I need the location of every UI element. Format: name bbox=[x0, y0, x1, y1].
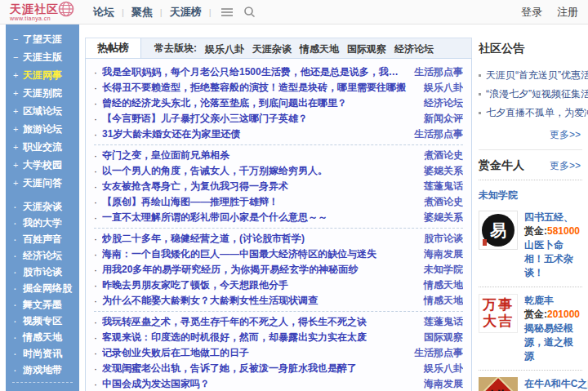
post-title-link[interactable]: 长得丑不要赖造型，拒绝整容般的演技！造型是块砖，哪里需要往哪搬 bbox=[102, 81, 416, 95]
post-category-link[interactable]: 煮酒论史 bbox=[424, 149, 463, 162]
sidebar-item[interactable]: −天涯主版 bbox=[6, 48, 79, 66]
bounty-desc-link[interactable]: 山医卜命相！五术杂谈！ bbox=[524, 238, 582, 280]
announcement-link[interactable]: 七夕直播不孤单，为爱冲榜 bbox=[486, 106, 588, 120]
post-title-link[interactable]: 中国会成为发达国家吗？ bbox=[102, 377, 416, 391]
post-category-link[interactable]: 股市论谈 bbox=[424, 232, 463, 246]
bullet-dot: · bbox=[94, 363, 97, 375]
sidebar-item[interactable]: +职业交流 bbox=[6, 138, 79, 156]
post-title-link[interactable]: 以一个男人的角度，告诫女人，千万别嫁给穷男人。 bbox=[102, 164, 416, 178]
post-title-link[interactable]: 用我20多年的易学研究经历，为你揭开易经玄学的神秘面纱 bbox=[102, 263, 416, 277]
sidebar-item[interactable]: +旅游论坛 bbox=[6, 120, 79, 138]
post-category-link[interactable]: 新闻众评 bbox=[424, 112, 463, 126]
section-divider bbox=[479, 149, 582, 150]
login-link[interactable]: 登录 bbox=[521, 5, 542, 20]
post-category-link[interactable]: 生活那点事 bbox=[414, 127, 463, 141]
bounty-desc-link[interactable]: 揭秘易经根源，道之根源 bbox=[524, 322, 582, 363]
fu-diamond[interactable]: 福 bbox=[479, 377, 518, 391]
search-icon[interactable] bbox=[243, 6, 256, 18]
expand-icon: · bbox=[13, 317, 23, 325]
sidebar-item[interactable]: ·天涯杂谈 bbox=[6, 198, 79, 215]
post-title-link[interactable]: 31岁大龄未婚女还在为家里还债 bbox=[102, 127, 406, 141]
tab-hot-posts[interactable]: 热帖榜 bbox=[86, 38, 141, 58]
sidebar-item[interactable]: +大学校园 bbox=[6, 156, 79, 174]
post-category-link[interactable]: 情感天地 bbox=[424, 278, 463, 292]
post-title-link[interactable]: 海南：一个自我矮化的巨人——中国最大经济特区的缺位与迷失 bbox=[102, 247, 416, 261]
frequent-board-link[interactable]: 经济论坛 bbox=[394, 43, 434, 55]
sidebar-item-clipped[interactable] bbox=[6, 385, 79, 391]
frequent-board-link[interactable]: 国际观察 bbox=[347, 43, 386, 55]
sidebar-item[interactable]: ·我的大学 bbox=[6, 215, 79, 231]
post-title-link[interactable]: 【今言野语】儿子暴打父亲小三这哪门子英雄？ bbox=[102, 112, 416, 126]
bullet-dot: · bbox=[94, 197, 97, 208]
nav-separator: | bbox=[122, 7, 124, 17]
post-title-link[interactable]: 女友被抢含辱身亡，为复仇我习得一身异术 bbox=[102, 180, 416, 193]
announcement-link[interactable]: 天涯贝“首充送贝”优惠活动 bbox=[486, 69, 588, 82]
post-title-link[interactable]: 昨晚去男朋友家吃了顿饭，今天想跟他分手 bbox=[102, 278, 416, 292]
sidebar-item[interactable]: ·百姓声音 bbox=[6, 231, 79, 247]
bounty-label: 赏金: bbox=[524, 225, 547, 237]
frequent-board-link[interactable]: 天涯杂谈 bbox=[252, 43, 292, 55]
post-title-link[interactable]: 记录创业失败后在工地做工的日子 bbox=[102, 346, 406, 360]
frequent-board-link[interactable]: 娱乐八卦 bbox=[205, 43, 244, 55]
bounty-user-link[interactable]: 乾鹿丰 bbox=[524, 294, 582, 308]
post-category-link[interactable]: 莲蓬鬼话 bbox=[424, 315, 463, 329]
post-category-link[interactable]: 未知学院 bbox=[424, 263, 463, 277]
bullet-dot: · bbox=[94, 150, 97, 162]
sidebar-item[interactable]: +天涯网事 bbox=[6, 66, 79, 84]
post-title-link[interactable]: 【原创】再绘山海图——推理胜于雄辩！ bbox=[102, 195, 416, 209]
sidebar-item[interactable]: ·游戏地带 bbox=[6, 362, 79, 378]
post-title-link[interactable]: 夺门之变，皇位面前兄弟相杀 bbox=[102, 149, 416, 162]
sidebar-item[interactable]: ·掘金网络股 bbox=[6, 280, 79, 296]
hamburger-menu-icon[interactable] bbox=[220, 7, 234, 17]
post-title-link[interactable]: 曾经的经济龙头东北，沦落至垫底，到底问题出在哪里？ bbox=[102, 96, 416, 110]
tianya-logo[interactable]: 天涯社区 www.tianya.cn bbox=[10, 3, 74, 21]
frequent-board-link[interactable]: 情感天地 bbox=[300, 43, 339, 55]
bounty-user-link[interactable]: 在牛A和牛C之间 bbox=[524, 377, 582, 391]
bounty-user-link[interactable]: 四书五经、 bbox=[524, 211, 582, 224]
sidebar-item-label: 天涯问答 bbox=[23, 176, 62, 190]
post-title-link[interactable]: 一直不太理解所谓的彩礼带回小家是个什么意思～～ bbox=[102, 211, 416, 224]
post-title-link[interactable]: 客观来说：印度选的时机很好，然而，却暴露出实力实在太废 bbox=[102, 331, 416, 344]
bounty-more-link[interactable]: 更多>> bbox=[550, 159, 581, 173]
post-category-link[interactable]: 娱乐八卦 bbox=[424, 81, 463, 95]
post-title-link[interactable]: 我是全职妈妈，每个月老公只给1500生活费，他还是总是说多，我该怎么办？ bbox=[102, 65, 406, 79]
post-category-link[interactable]: 情感天地 bbox=[424, 294, 463, 308]
sidebar-item[interactable]: ·股市论谈 bbox=[6, 264, 79, 280]
bounty-list: 未知学院易四书五经、赏金:581000山医卜命相！五术杂谈！万事大吉乾鹿丰赏金:… bbox=[479, 180, 582, 391]
sidebar-item[interactable]: +天涯别院 bbox=[6, 84, 79, 102]
post-category-link[interactable]: 经济论坛 bbox=[424, 96, 463, 110]
nav-item-1[interactable]: 论坛 bbox=[93, 5, 114, 20]
nav-item-3[interactable]: 天涯榜 bbox=[170, 5, 202, 20]
sidebar-item[interactable]: +天涯问答 bbox=[6, 174, 79, 192]
bounty-category-link[interactable]: 未知学院 bbox=[479, 189, 518, 202]
bullet-dot: · bbox=[94, 113, 97, 125]
sidebar-item-label: 时尚资讯 bbox=[23, 347, 62, 361]
post-category-link[interactable]: 婆媳关系 bbox=[424, 211, 463, 224]
sidebar-item[interactable]: ·视频专区 bbox=[6, 313, 79, 329]
post-title-link[interactable]: 炒股二十多年，稳健经营之道，(讨论股市哲学) bbox=[102, 232, 416, 246]
post-category-link[interactable]: 海南发展 bbox=[424, 377, 463, 391]
post-category-link[interactable]: 莲蓬鬼话 bbox=[424, 180, 463, 193]
register-link[interactable]: 注册 bbox=[557, 5, 578, 20]
post-title-link[interactable]: 发现闺蜜老公出轨，告诉了她，反被泼一身脏水我也是醉了 bbox=[102, 362, 416, 375]
sidebar-item[interactable]: ·舞文弄墨 bbox=[6, 296, 79, 313]
nav-item-2[interactable]: 聚焦 bbox=[131, 5, 153, 20]
post-category-link[interactable]: 煮酒论史 bbox=[424, 195, 463, 209]
sidebar-item[interactable]: ·经济论坛 bbox=[6, 247, 79, 264]
calligraphy-text[interactable]: 万事大吉 bbox=[479, 294, 518, 333]
post-title-link[interactable]: 为什么不能娶大龄剩女？大龄剩女性生活现状调查 bbox=[102, 294, 416, 308]
sidebar-item[interactable]: +区域论坛 bbox=[6, 102, 79, 120]
announcement-link[interactable]: “浪漫七夕”短视频征集活动 bbox=[486, 87, 588, 101]
post-category-link[interactable]: 海南发展 bbox=[424, 247, 463, 261]
post-title-link[interactable]: 我玩转巫蛊之术，寻觅生存千年的不死之人，得长生不死之诀 bbox=[102, 315, 416, 329]
post-category-link[interactable]: 娱乐八卦 bbox=[424, 362, 463, 375]
announcements-more-link[interactable]: 更多>> bbox=[550, 129, 581, 140]
post-category-link[interactable]: 国际观察 bbox=[424, 331, 463, 344]
post-category-link[interactable]: 生活那点事 bbox=[414, 346, 463, 360]
sidebar-item[interactable]: ·时尚资讯 bbox=[6, 345, 79, 362]
sidebar-item[interactable]: ·情感天地 bbox=[6, 329, 79, 345]
post-category-link[interactable]: 生活那点事 bbox=[414, 65, 463, 79]
ink-seal-logo[interactable]: 易 bbox=[479, 211, 518, 250]
sidebar-item[interactable]: −了望天涯 bbox=[6, 30, 79, 48]
post-category-link[interactable]: 婆媳关系 bbox=[424, 164, 463, 178]
